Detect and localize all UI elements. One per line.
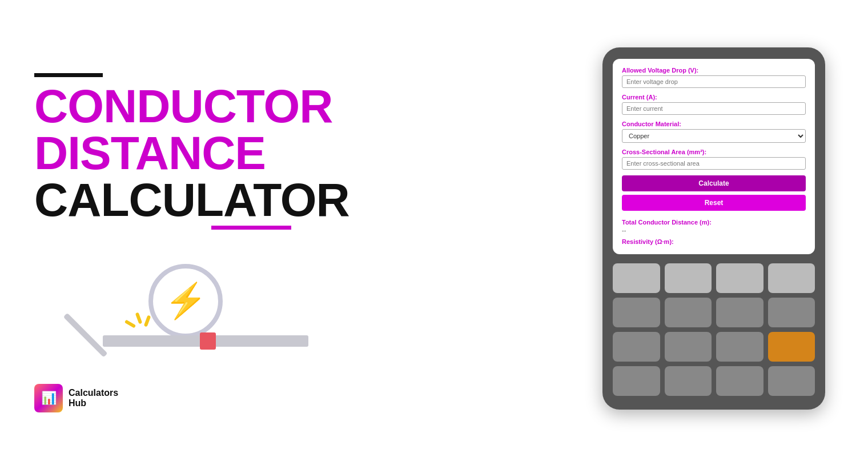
key-11[interactable] <box>716 332 763 362</box>
result-resistivity-label: Resistivity (Ω·m): <box>622 238 806 245</box>
spark-icon-1 <box>124 319 136 328</box>
spark-icon-2 <box>135 312 142 324</box>
key-6[interactable] <box>665 298 712 327</box>
key-7[interactable] <box>716 298 763 327</box>
calculator-screen: Allowed Voltage Drop (V): Current (A): C… <box>613 59 815 254</box>
material-select[interactable]: Copper Aluminum Gold Silver <box>622 129 806 143</box>
brand-logo: 📊 Calculators Hub <box>34 384 118 412</box>
key-9[interactable] <box>613 332 660 362</box>
right-section: Allowed Voltage Drop (V): Current (A): C… <box>594 47 834 410</box>
key-orange-enter[interactable] <box>768 332 815 362</box>
rod-container <box>69 332 308 350</box>
key-14[interactable] <box>716 366 763 396</box>
title-line-distance: DISTANCE <box>34 130 594 177</box>
area-label: Cross-Sectional Area (mm²): <box>622 149 806 155</box>
key-3[interactable] <box>716 263 763 293</box>
result-distance-value: -- <box>622 227 806 234</box>
current-input[interactable] <box>622 102 806 115</box>
illustration: ⚡ 📊 Calculators Hub <box>34 247 320 395</box>
lightning-bolt-icon: ⚡ <box>164 284 207 318</box>
title-line-calculator: CALCULATOR <box>34 177 594 223</box>
voltage-drop-field-group: Allowed Voltage Drop (V): <box>622 67 806 88</box>
black-bar-decoration <box>34 73 103 77</box>
result-distance-label: Total Conductor Distance (m): <box>622 219 806 226</box>
rod-connector-icon <box>200 332 216 350</box>
voltage-drop-label: Allowed Voltage Drop (V): <box>622 67 806 74</box>
calculator-keypad <box>613 263 815 396</box>
key-12[interactable] <box>613 366 660 396</box>
brand-logo-text: Calculators Hub <box>69 388 118 408</box>
brand-logo-icon: 📊 <box>34 384 63 412</box>
title-line-conductor: CONDUCTOR <box>34 83 594 130</box>
area-input[interactable] <box>622 157 806 170</box>
spark-icon-3 <box>144 315 151 327</box>
current-label: Current (A): <box>622 94 806 101</box>
key-4[interactable] <box>768 263 815 293</box>
calculator-device: Allowed Voltage Drop (V): Current (A): C… <box>602 47 825 410</box>
material-label: Conductor Material: <box>622 121 806 127</box>
key-13[interactable] <box>665 366 712 396</box>
key-5[interactable] <box>613 298 660 327</box>
calculate-button[interactable]: Calculate <box>622 175 806 191</box>
key-1[interactable] <box>613 263 660 293</box>
key-2[interactable] <box>665 263 712 293</box>
current-field-group: Current (A): <box>622 94 806 115</box>
key-15[interactable] <box>768 366 815 396</box>
voltage-drop-input[interactable] <box>622 75 806 88</box>
key-8[interactable] <box>768 298 815 327</box>
reset-button[interactable]: Reset <box>622 195 806 211</box>
brand-name-bottom: Hub <box>69 398 118 408</box>
material-field-group: Conductor Material: Copper Aluminum Gold… <box>622 121 806 143</box>
area-field-group: Cross-Sectional Area (mm²): <box>622 149 806 170</box>
lightning-circle-icon: ⚡ <box>148 264 223 338</box>
key-10[interactable] <box>665 332 712 362</box>
purple-underline-decoration <box>211 226 291 230</box>
brand-name-top: Calculators <box>69 388 118 398</box>
left-section: CONDUCTOR DISTANCE CALCULATOR ⚡ 📊 Calcul… <box>34 62 594 395</box>
